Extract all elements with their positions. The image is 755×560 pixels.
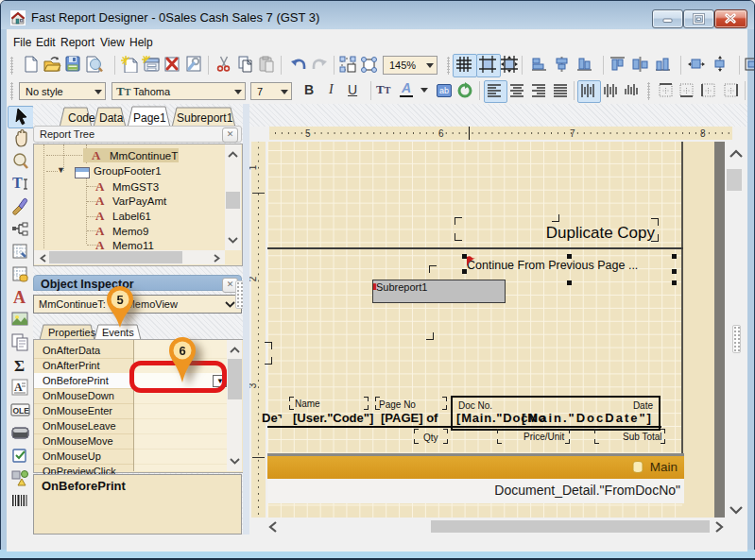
svg-text:6: 6 — [179, 344, 185, 358]
svg-text:T: T — [12, 175, 23, 191]
svg-text:Σ: Σ — [14, 357, 25, 375]
svg-text:A: A — [14, 381, 23, 394]
svg-text:Code: Code — [68, 111, 95, 125]
svg-text:5: 5 — [116, 293, 123, 307]
svg-text:Properties: Properties — [48, 327, 96, 338]
svg-text:Page1: Page1 — [133, 111, 166, 125]
svg-text:Subreport1: Subreport1 — [177, 111, 233, 125]
svg-text:OLE: OLE — [13, 406, 30, 416]
svg-text:A: A — [13, 288, 26, 307]
svg-text:Data: Data — [99, 111, 124, 125]
